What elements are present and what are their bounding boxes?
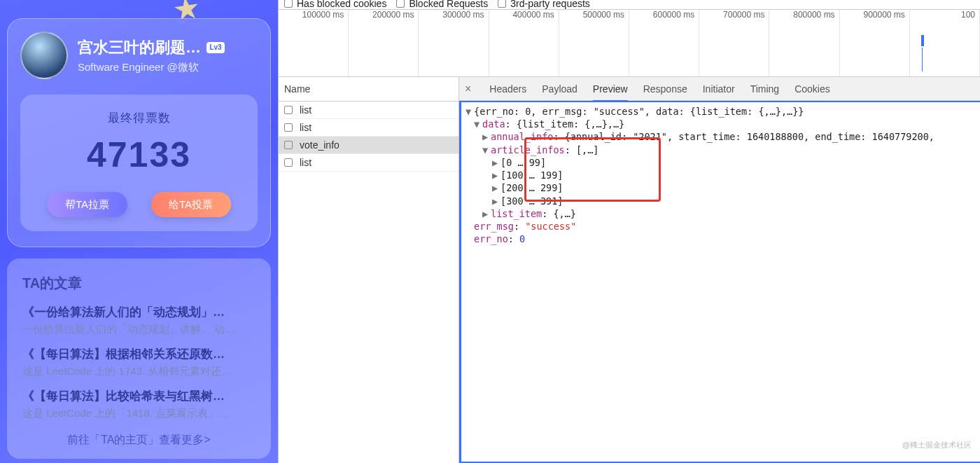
- profile-name: 宫水三叶的刷题…: [78, 37, 201, 58]
- tree-key: annual_info: [491, 131, 553, 142]
- detail-tab-payload[interactable]: Payload: [542, 78, 578, 100]
- tree-key: err_no: [474, 233, 508, 244]
- timeline-tick: 300000 ms: [419, 10, 489, 22]
- article-heading: 《【每日算法】根据相邻关系还原数…: [22, 346, 255, 362]
- vote-count: 47133: [27, 134, 251, 175]
- vote-label: 最终得票数: [27, 110, 251, 126]
- request-detail-column: × HeadersPayloadPreviewResponseInitiator…: [459, 77, 980, 463]
- devtools-panel: Has blocked cookies Blocked Requests 3rd…: [278, 0, 980, 463]
- json-preview[interactable]: ▼{err_no: 0, err_msg: "success", data: {…: [459, 101, 980, 463]
- article-desc: 一份给算法新人们的「动态规划」讲解。 动…: [22, 323, 255, 336]
- request-name: list: [300, 104, 312, 116]
- timeline-tick: 800000 ms: [769, 10, 839, 22]
- timeline-marker-icon: [921, 35, 924, 46]
- level-badge: Lv3: [206, 42, 225, 53]
- detail-tab-response[interactable]: Response: [643, 78, 687, 100]
- articles-card: TA的文章 《一份给算法新人们的「动态规划」… 一份给算法新人们的「动态规划」讲…: [7, 258, 271, 459]
- network-filter-row: Has blocked cookies Blocked Requests 3rd…: [279, 0, 980, 10]
- tree-range[interactable]: [200 … 299]: [500, 182, 563, 193]
- detail-tab-headers[interactable]: Headers: [489, 78, 526, 100]
- timeline-tick: 100: [910, 10, 980, 22]
- vote-box: 最终得票数 47133 帮TA拉票 给TA投票: [20, 95, 258, 231]
- tree-range[interactable]: [300 … 391]: [500, 195, 563, 207]
- timeline-tick: 400000 ms: [489, 10, 559, 22]
- name-column-header: Name: [279, 77, 458, 102]
- third-party-checkbox[interactable]: 3rd-party requests: [498, 0, 590, 9]
- article-desc: 这是 LeetCode 上的 1743. 从相邻元素对还…: [22, 365, 255, 378]
- request-name: list: [300, 122, 312, 133]
- profile-header: 宫水三叶的刷题… Lv3 Software Engineer @微软: [20, 32, 258, 79]
- detail-tab-preview[interactable]: Preview: [593, 78, 628, 102]
- checkbox-label: Has blocked cookies: [297, 0, 386, 9]
- request-name: vote_info: [300, 139, 340, 151]
- watermark: @稀土掘金技术社区: [902, 440, 972, 450]
- timeline-tick: 900000 ms: [840, 10, 910, 22]
- article-desc: 这是 LeetCode 上的「1418. 点菜展示表」…: [22, 407, 255, 420]
- request-row[interactable]: vote_info: [279, 137, 458, 154]
- profile-subtitle: Software Engineer @微软: [78, 61, 225, 74]
- detail-tab-timing[interactable]: Timing: [750, 78, 780, 100]
- profile-card: 宫水三叶的刷题… Lv3 Software Engineer @微软 最终得票数…: [7, 18, 271, 247]
- articles-title: TA的文章: [22, 274, 255, 293]
- tree-key: article_infos: [491, 144, 565, 156]
- article-heading: 《一份给算法新人们的「动态规划」…: [22, 304, 255, 320]
- close-icon[interactable]: ×: [465, 83, 471, 95]
- mobile-preview-panel: ★ 宫水三叶的刷题… Lv3 Software Engineer @微软 最终得…: [0, 0, 278, 463]
- list-item[interactable]: 《一份给算法新人们的「动态规划」… 一份给算法新人们的「动态规划」讲解。 动…: [22, 304, 255, 336]
- row-checkbox[interactable]: [284, 141, 293, 149]
- checkbox-label: Blocked Requests: [409, 0, 488, 9]
- list-item[interactable]: 《【每日算法】根据相邻关系还原数… 这是 LeetCode 上的 1743. 从…: [22, 346, 255, 378]
- blocked-requests-checkbox[interactable]: Blocked Requests: [396, 0, 488, 9]
- timeline-tick: 500000 ms: [559, 10, 629, 22]
- tree-key: list_item: [491, 208, 542, 219]
- tree-key: err_msg: [474, 221, 514, 232]
- timeline-tick: 600000 ms: [629, 10, 699, 22]
- detail-tab-initiator[interactable]: Initiator: [703, 78, 735, 100]
- timeline-tick: 200000 ms: [349, 10, 419, 22]
- tree-range[interactable]: [100 … 199]: [500, 170, 563, 181]
- timeline-marker-line: [922, 48, 923, 71]
- detail-tab-cookies[interactable]: Cookies: [794, 78, 830, 100]
- row-checkbox[interactable]: [284, 123, 293, 132]
- tree-key: data: [482, 118, 505, 130]
- list-item[interactable]: 《【每日算法】比较哈希表与红黑树… 这是 LeetCode 上的「1418. 点…: [22, 388, 255, 420]
- request-row[interactable]: list: [279, 154, 458, 172]
- blocked-cookies-checkbox[interactable]: Has blocked cookies: [284, 0, 386, 9]
- timeline-tick: 700000 ms: [699, 10, 769, 22]
- tree-root: {err_no: 0, err_msg: "success", data: {l…: [474, 106, 804, 117]
- row-checkbox[interactable]: [284, 106, 293, 114]
- tree-value: : {annual_id: "2021", start_time: 164018…: [553, 131, 934, 142]
- give-vote-button[interactable]: 给TA投票: [151, 192, 231, 217]
- tree-range[interactable]: [0 … 99]: [500, 157, 546, 168]
- network-timeline[interactable]: 100000 ms200000 ms300000 ms400000 ms5000…: [279, 10, 980, 77]
- avatar: [20, 32, 68, 79]
- request-row[interactable]: list: [279, 119, 458, 137]
- tree-value: 0: [519, 233, 525, 244]
- view-more-link[interactable]: 前往「TA的主页」查看更多>: [22, 433, 255, 448]
- tree-value: "success": [525, 221, 576, 232]
- request-row[interactable]: list: [279, 102, 458, 119]
- row-checkbox[interactable]: [284, 158, 293, 167]
- detail-tabs: × HeadersPayloadPreviewResponseInitiator…: [459, 77, 980, 101]
- article-heading: 《【每日算法】比较哈希表与红黑树…: [22, 388, 255, 404]
- help-vote-button[interactable]: 帮TA拉票: [48, 192, 127, 217]
- request-name-column: Name listlistvote_infolist: [279, 77, 459, 463]
- timeline-tick: 100000 ms: [279, 10, 349, 22]
- request-name: list: [300, 157, 312, 168]
- checkbox-label: 3rd-party requests: [510, 0, 590, 9]
